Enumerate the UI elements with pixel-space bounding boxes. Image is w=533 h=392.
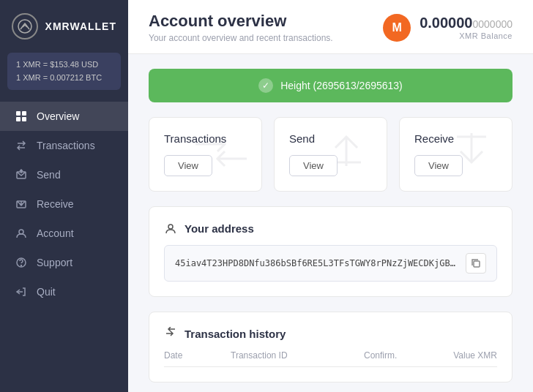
sidebar-item-overview[interactable]: Overview [0, 102, 128, 131]
send-view-button[interactable]: View [289, 155, 338, 176]
sidebar-item-quit[interactable]: Quit [0, 277, 128, 306]
rate-btc: 1 XMR = 0.007212 BTC [16, 72, 112, 85]
card-title: Transactions [164, 132, 247, 145]
balance-decimals: 0000000 [472, 18, 512, 30]
send-icon [15, 168, 28, 181]
card-title: Receive [414, 132, 497, 145]
address-row: 45iav4T23HPD8DNfu386bSBf6RE5L3TFsTGWY8rP… [164, 245, 497, 282]
send-card: Send View [274, 117, 387, 192]
svg-point-10 [168, 225, 173, 229]
history-title: Transaction history [184, 328, 286, 340]
sync-status-bar: ✓ Height (2695613/2695613) [149, 69, 512, 102]
col-date: Date [164, 350, 231, 361]
status-text: Height (2695613/2695613) [280, 80, 403, 91]
wallet-address: 45iav4T23HPD8DNfu386bSBf6RE5L3TFsTGWY8rP… [175, 258, 458, 268]
sidebar-item-support[interactable]: Support [0, 248, 128, 277]
svg-rect-1 [16, 111, 20, 116]
svg-rect-11 [474, 261, 480, 267]
account-icon [15, 227, 28, 240]
sidebar-item-transactions[interactable]: Transactions [0, 131, 128, 160]
col-confirm: Confirm. [364, 350, 430, 361]
address-title: Your address [184, 222, 254, 235]
sidebar-item-account[interactable]: Account [0, 219, 128, 248]
table-header: Date Transaction ID Confirm. Value XMR [164, 350, 497, 367]
svg-rect-2 [22, 111, 26, 116]
card-title: Send [289, 132, 372, 145]
grid-icon [15, 110, 28, 123]
page-header: Account overview Your account overview a… [128, 0, 533, 54]
sidebar-item-label: Send [37, 169, 61, 181]
balance-display: 0.000000000000 [420, 15, 512, 31]
logo-icon [12, 13, 38, 39]
address-section-header: Your address [164, 222, 497, 235]
main-content: Account overview Your account overview a… [128, 0, 533, 392]
history-section: Transaction history Date Transaction ID … [149, 312, 512, 382]
svg-point-9 [21, 265, 22, 266]
page-subtitle: Your account overview and recent transac… [149, 33, 333, 43]
address-section: Your address 45iav4T23HPD8DNfu386bSBf6RE… [149, 206, 512, 297]
sidebar-item-send[interactable]: Send [0, 160, 128, 189]
balance-main: 0.00000 [420, 15, 472, 31]
history-header: Transaction history [164, 327, 497, 340]
col-txid: Transaction ID [231, 350, 364, 361]
svg-point-0 [18, 20, 31, 33]
header-left: Account overview Your account overview a… [149, 12, 333, 43]
svg-point-7 [19, 230, 23, 234]
history-icon [164, 327, 177, 340]
app-logo: XMRWALLET [0, 0, 128, 53]
page-title: Account overview [149, 12, 333, 31]
svg-rect-3 [16, 117, 20, 121]
sidebar-item-label: Account [37, 227, 74, 239]
sidebar-item-label: Quit [37, 286, 56, 298]
main-body: ✓ Height (2695613/2695613) Transactions … [128, 54, 533, 392]
check-icon: ✓ [258, 78, 273, 93]
copy-icon [471, 258, 481, 268]
sidebar-item-label: Receive [37, 198, 74, 210]
col-value: Value XMR [430, 350, 497, 361]
cards-row: Transactions View Send View [149, 117, 512, 192]
sidebar: XMRWALLET 1 XMR = $153.48 USD 1 XMR = 0.… [0, 0, 128, 392]
rate-usd: 1 XMR = $153.48 USD [16, 59, 112, 72]
transactions-view-button[interactable]: View [164, 155, 212, 176]
copy-address-button[interactable] [466, 253, 486, 274]
balance-label: XMR Balance [420, 31, 512, 40]
receive-card: Receive View [399, 117, 512, 192]
header-right: M 0.000000000000 XMR Balance [383, 14, 512, 42]
sidebar-nav: Overview Transactions Send [0, 97, 128, 392]
receive-view-button[interactable]: View [414, 155, 463, 176]
svg-rect-4 [22, 117, 26, 121]
sidebar-item-label: Overview [37, 110, 79, 122]
balance-section: 0.000000000000 XMR Balance [420, 15, 512, 40]
exchange-rates: 1 XMR = $153.48 USD 1 XMR = 0.007212 BTC [7, 53, 121, 90]
sidebar-item-receive[interactable]: Receive [0, 189, 128, 219]
app-name: XMRWALLET [45, 20, 116, 32]
address-icon [164, 222, 177, 235]
sidebar-item-label: Transactions [37, 140, 95, 151]
sidebar-item-label: Support [37, 257, 72, 268]
transactions-card: Transactions View [149, 117, 262, 192]
monero-logo: M [383, 14, 411, 42]
receive-icon [15, 197, 28, 211]
support-icon [15, 256, 28, 269]
quit-icon [15, 285, 28, 298]
arrows-icon [15, 139, 28, 152]
